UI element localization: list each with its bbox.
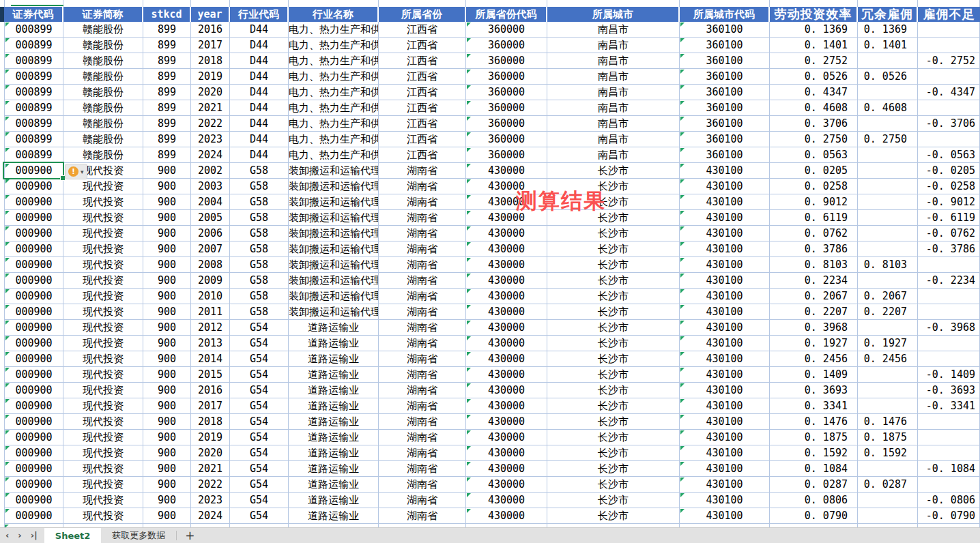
- cell-city[interactable]: 长沙市: [547, 414, 680, 430]
- cell-year[interactable]: 2006: [191, 226, 230, 241]
- cell-year[interactable]: 2018: [191, 414, 230, 430]
- cell-industry_name[interactable]: 装卸搬运和运输代理业: [289, 273, 379, 289]
- cell-labor_eff[interactable]: 0. 0806: [770, 493, 858, 508]
- cell-code[interactable]: 000900: [4, 304, 63, 320]
- cell-year[interactable]: 2022: [191, 477, 230, 493]
- cell-stkcd[interactable]: 899: [143, 116, 191, 132]
- cell-stkcd[interactable]: 900: [143, 477, 191, 493]
- cell-year[interactable]: 2014: [191, 351, 230, 367]
- cell-industry_code[interactable]: D44: [230, 116, 289, 132]
- cell-province_code[interactable]: 360000: [466, 100, 547, 116]
- cell-stkcd[interactable]: 900: [143, 367, 191, 383]
- cell-short_name[interactable]: 现代投资: [63, 414, 143, 430]
- cell-stkcd[interactable]: 900: [143, 257, 191, 273]
- cell-province_code[interactable]: 430000: [466, 289, 547, 304]
- cell-shortage[interactable]: [918, 38, 980, 53]
- cell-province[interactable]: 湖南省: [379, 304, 466, 320]
- cell-industry_code[interactable]: G58: [230, 210, 289, 226]
- cell-city[interactable]: 长沙市: [547, 257, 680, 273]
- cell-city_code[interactable]: 360100: [680, 147, 770, 163]
- cell-labor_eff[interactable]: 0. 4608: [770, 100, 858, 116]
- column-header-surplus[interactable]: 冗余雇佣: [858, 7, 918, 22]
- cell-year[interactable]: 2016: [191, 22, 230, 38]
- cell-city_code[interactable]: 430100: [680, 445, 770, 461]
- cell-labor_eff[interactable]: 0. 1369: [770, 22, 858, 38]
- cell-shortage[interactable]: -0. 2234: [918, 273, 980, 289]
- cell-short_name[interactable]: 现代投资: [63, 398, 143, 414]
- cell-province[interactable]: 江西省: [379, 22, 466, 38]
- cell-short_name[interactable]: 现代投资: [63, 336, 143, 351]
- cell-province_code[interactable]: 430000: [466, 461, 547, 477]
- cell-shortage[interactable]: [918, 22, 980, 38]
- cell-year[interactable]: 2023: [191, 132, 230, 147]
- cell-code[interactable]: 000900: [4, 445, 63, 461]
- cell-surplus[interactable]: 0. 8103: [858, 257, 918, 273]
- cell-industry_code[interactable]: G54: [230, 336, 289, 351]
- cell-city_code[interactable]: 360100: [680, 38, 770, 53]
- cell-labor_eff[interactable]: 0. 0205: [770, 163, 858, 179]
- cell-year[interactable]: 2019: [191, 69, 230, 85]
- cell-city[interactable]: 长沙市: [547, 477, 680, 493]
- cell-industry_name[interactable]: 装卸搬运和运输代理业: [289, 163, 379, 179]
- cell-industry_name[interactable]: 电力、热力生产和供应业: [289, 85, 379, 100]
- cell-industry_name[interactable]: 电力、热力生产和供应业: [289, 100, 379, 116]
- cell-province[interactable]: 湖南省: [379, 430, 466, 445]
- cell-shortage[interactable]: -0. 3341: [918, 398, 980, 414]
- cell-industry_code[interactable]: D44: [230, 53, 289, 69]
- cell-industry_code[interactable]: D44: [230, 38, 289, 53]
- cell-labor_eff[interactable]: 0. 0258: [770, 179, 858, 194]
- column-header-shortage[interactable]: 雇佣不足: [918, 7, 980, 22]
- cell-surplus[interactable]: [858, 85, 918, 100]
- cell-code[interactable]: 000899: [4, 132, 63, 147]
- cell-surplus[interactable]: 0. 2456: [858, 351, 918, 367]
- cell-city_code[interactable]: 360100: [680, 69, 770, 85]
- cell-province_code[interactable]: 430000: [466, 367, 547, 383]
- cell-city_code[interactable]: 360100: [680, 116, 770, 132]
- cell-industry_code[interactable]: D44: [230, 100, 289, 116]
- cell-city_code[interactable]: 430100: [680, 493, 770, 508]
- cell-labor_eff[interactable]: 0. 0762: [770, 226, 858, 241]
- cell-province_code[interactable]: 430000: [466, 414, 547, 430]
- cell-industry_name[interactable]: 装卸搬运和运输代理业: [289, 179, 379, 194]
- cell-short_name[interactable]: 现代投资: [63, 351, 143, 367]
- cell-industry_name[interactable]: 道路运输业: [289, 367, 379, 383]
- cell-shortage[interactable]: -0. 0258: [918, 179, 980, 194]
- cell-code[interactable]: 000899: [4, 53, 63, 69]
- cell-industry_name[interactable]: 装卸搬运和运输代理业: [289, 304, 379, 320]
- cell-industry_code[interactable]: D44: [230, 69, 289, 85]
- cell-short_name[interactable]: 现代投资: [63, 226, 143, 241]
- cell-industry_code[interactable]: G54: [230, 445, 289, 461]
- cell-industry_name[interactable]: 道路运输业: [289, 508, 379, 524]
- cell-stkcd[interactable]: 900: [143, 289, 191, 304]
- cell-province_code[interactable]: 360000: [466, 53, 547, 69]
- cell-code[interactable]: 000900: [4, 336, 63, 351]
- cell-industry_name[interactable]: 道路运输业: [289, 320, 379, 336]
- cell-year[interactable]: 2015: [191, 367, 230, 383]
- cell-province[interactable]: 湖南省: [379, 383, 466, 398]
- cell-surplus[interactable]: [858, 116, 918, 132]
- cell-surplus[interactable]: [858, 320, 918, 336]
- cell-industry_code[interactable]: G58: [230, 163, 289, 179]
- sheet-nav-prev-icon[interactable]: ‹: [5, 528, 9, 543]
- cell-short_name[interactable]: 赣能股份: [63, 69, 143, 85]
- cell-shortage[interactable]: [918, 336, 980, 351]
- cell-province[interactable]: 湖南省: [379, 289, 466, 304]
- cell-labor_eff[interactable]: 0. 2750: [770, 132, 858, 147]
- column-header-short_name[interactable]: 证券简称: [63, 7, 143, 22]
- cell-surplus[interactable]: [858, 163, 918, 179]
- cell-city_code[interactable]: 430100: [680, 336, 770, 351]
- tab-get-more-data[interactable]: 获取更多数据: [101, 528, 176, 543]
- cell-shortage[interactable]: -0. 3693: [918, 383, 980, 398]
- cell-city_code[interactable]: 360100: [680, 53, 770, 69]
- cell-industry_name[interactable]: 电力、热力生产和供应业: [289, 22, 379, 38]
- cell-code[interactable]: 000899: [4, 22, 63, 38]
- cell-industry_code[interactable]: D44: [230, 22, 289, 38]
- cell-province_code[interactable]: 360000: [466, 38, 547, 53]
- cell-province_code[interactable]: 360000: [466, 132, 547, 147]
- cell-year[interactable]: 2017: [191, 38, 230, 53]
- cell-province[interactable]: 湖南省: [379, 179, 466, 194]
- cell-year[interactable]: 2003: [191, 179, 230, 194]
- cell-industry_code[interactable]: G54: [230, 414, 289, 430]
- cell-year[interactable]: 2009: [191, 273, 230, 289]
- cell-stkcd[interactable]: 900: [143, 351, 191, 367]
